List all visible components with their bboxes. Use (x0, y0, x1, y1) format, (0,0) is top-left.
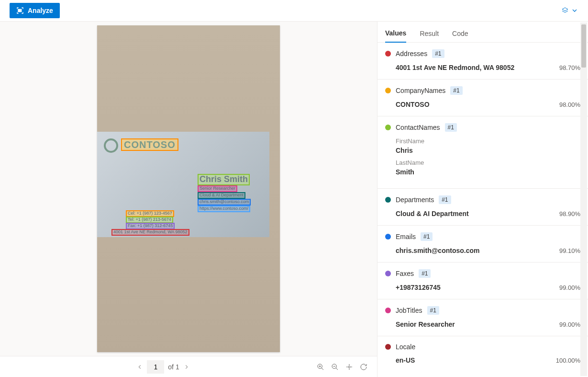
rotate-icon[interactable] (360, 363, 367, 371)
highlight-company: CONTOSO (121, 138, 178, 151)
value-row: chris.smith@contoso.com99.10% (385, 247, 580, 254)
zoom-in-icon[interactable] (317, 363, 324, 371)
field-value: 4001 1st Ave NE Redmond, WA 98052 (396, 64, 514, 71)
section-locale[interactable]: Localeen-US100.00% (377, 336, 588, 372)
color-dot-icon (385, 234, 391, 240)
analyze-button-label: Analyze (28, 7, 53, 14)
svg-line-9 (336, 368, 338, 370)
canvas[interactable]: CONTOSO Chris Smith Senior Researcher Cl… (0, 22, 377, 356)
scrollbar[interactable] (580, 23, 587, 376)
section-header: JobTitles#1 (385, 306, 580, 315)
value-row: 4001 1st Ave NE Redmond, WA 9805298.70% (385, 64, 580, 71)
confidence-value: 99.10% (559, 247, 580, 254)
highlight-jobtitle: Senior Researcher (198, 185, 237, 192)
count-badge: #1 (439, 195, 451, 204)
count-badge: #1 (421, 232, 433, 241)
count-badge: #1 (445, 123, 457, 132)
svg-line-5 (322, 368, 323, 370)
count-badge: #1 (419, 269, 431, 278)
section-departments[interactable]: Departments#1Cloud & AI Department98.90% (377, 189, 588, 226)
pager: of 1 (136, 360, 189, 374)
layers-icon (561, 7, 569, 14)
svg-point-11 (348, 366, 350, 368)
section-header: Emails#1 (385, 232, 580, 241)
svg-rect-2 (21, 9, 21, 11)
field-value: Senior Researcher (396, 320, 455, 328)
confidence-value: 98.00% (559, 101, 580, 108)
color-dot-icon (385, 344, 391, 350)
section-title: Emails (396, 233, 416, 240)
color-dot-icon (385, 88, 391, 93)
section-title: ContactNames (396, 124, 440, 131)
section-companynames[interactable]: CompanyNames#1CONTOSO98.00% (377, 80, 588, 116)
tab-result[interactable]: Result (420, 30, 439, 42)
highlight-cel: Cel: +1 (987) 123-4567 (126, 210, 174, 217)
value-row: CONTOSO98.00% (385, 101, 580, 108)
subfield-label: FirstName (385, 137, 580, 145)
section-title: Departments (396, 196, 434, 204)
section-header: Locale (385, 343, 580, 351)
results-sidebar: Values Result Code Addresses#14001 1st A… (377, 22, 588, 377)
section-title: Addresses (396, 50, 427, 57)
section-header: Addresses#1 (385, 49, 580, 58)
value-row: Cloud & AI Department98.90% (385, 210, 580, 217)
analyze-icon (16, 7, 24, 14)
document-viewer: CONTOSO Chris Smith Senior Researcher Cl… (0, 22, 377, 377)
field-value: chris.smith@contoso.com (396, 247, 479, 254)
document-image: CONTOSO Chris Smith Senior Researcher Cl… (97, 25, 280, 352)
tab-code[interactable]: Code (452, 30, 468, 42)
section-contactnames[interactable]: ContactNames#1FirstNameChrisLastNameSmit… (377, 116, 588, 189)
section-jobtitles[interactable]: JobTitles#1Senior Researcher99.00% (377, 299, 588, 336)
results-list[interactable]: Addresses#14001 1st Ave NE Redmond, WA 9… (377, 43, 588, 377)
section-faxes[interactable]: Faxes#1+1987312674599.00% (377, 263, 588, 299)
color-dot-icon (385, 197, 391, 203)
section-title: Locale (396, 343, 415, 351)
prev-page-button[interactable] (136, 364, 143, 370)
value-row: en-US100.00% (385, 356, 580, 364)
section-emails[interactable]: Emails#1chris.smith@contoso.com99.10% (377, 226, 588, 263)
highlight-tel: Tel: +1 (987) 213-5674 (126, 217, 173, 223)
section-addresses[interactable]: Addresses#14001 1st Ave NE Redmond, WA 9… (377, 43, 588, 80)
next-page-button[interactable] (183, 364, 190, 370)
section-header: ContactNames#1 (385, 123, 580, 132)
highlight-website: https://www.contoso.com/ (198, 206, 250, 212)
color-dot-icon (385, 271, 391, 276)
section-header: CompanyNames#1 (385, 86, 580, 95)
toolbar: Analyze (0, 0, 588, 22)
field-value: Cloud & AI Department (396, 210, 469, 217)
color-dot-icon (385, 125, 391, 130)
zoom-tools (317, 363, 367, 371)
highlight-name: Chris Smith (198, 174, 250, 185)
analyze-button[interactable]: Analyze (10, 3, 60, 18)
scrollbar-thumb[interactable] (581, 24, 586, 68)
layers-menu[interactable] (561, 7, 578, 14)
subfield-value: Smith (385, 168, 580, 176)
confidence-value: 98.70% (559, 64, 580, 71)
field-value: en-US (396, 356, 415, 364)
svg-rect-1 (20, 9, 20, 11)
color-dot-icon (385, 308, 391, 313)
highlight-department: Cloud & AI Department (198, 192, 245, 199)
zoom-out-icon[interactable] (331, 363, 339, 371)
svg-rect-0 (18, 9, 19, 11)
section-header: Faxes#1 (385, 269, 580, 278)
confidence-value: 99.00% (559, 321, 580, 328)
section-title: JobTitles (396, 307, 422, 314)
confidence-value: 100.00% (556, 357, 580, 364)
section-title: CompanyNames (396, 87, 445, 94)
count-badge: #1 (450, 86, 462, 95)
logo-icon (104, 138, 118, 153)
highlight-email: chris.smith@contoso.com (198, 199, 251, 206)
count-badge: #1 (432, 49, 444, 58)
subfield-label: LastName (385, 159, 580, 166)
viewer-footer: of 1 (0, 356, 377, 377)
color-dot-icon (385, 51, 391, 57)
confidence-value: 99.00% (559, 284, 580, 291)
tab-values[interactable]: Values (385, 29, 406, 43)
highlight-fax: Fax: +1 (987) 312-6745 (126, 223, 175, 229)
fit-icon[interactable] (345, 363, 353, 371)
subfield-value: Chris (385, 147, 580, 154)
page-input[interactable] (147, 360, 164, 374)
field-value: +19873126745 (396, 284, 441, 291)
value-row: +1987312674599.00% (385, 284, 580, 291)
